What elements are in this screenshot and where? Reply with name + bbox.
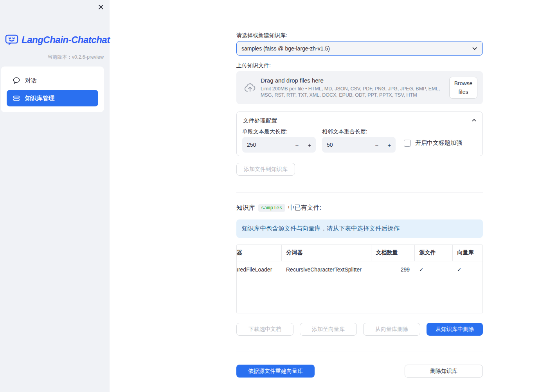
col-source-file[interactable]: 源文件 [414,245,452,261]
files-table[interactable]: 文档加载器 分词器 文档数量 源文件 向量库 UnstructuredFileL… [236,245,483,313]
divider [236,192,483,192]
overlap-size-value: 50 [327,142,371,148]
zh-title-enhance-label: 开启中文标题加强 [415,139,462,147]
plus-button[interactable]: + [303,137,316,153]
dropzone-title: Drag and drop files here [261,77,448,84]
overlap-size-input[interactable]: 50 − + [322,137,396,153]
rebuild-vector-store-button[interactable]: 依据源文件重建向量库 [236,365,315,378]
kb-select-label: 请选择或新建知识库: [236,32,483,39]
chat-bubble-icon [13,77,20,85]
spacer [320,365,399,378]
col-splitter[interactable]: 分词器 [281,245,371,261]
kb-select[interactable]: samples (faiss @ bge-large-zh-v1.5) [236,41,483,56]
chunk-size-input[interactable]: 250 − + [242,137,316,153]
kb-files-prefix: 知识库 [236,204,255,212]
chunk-size-label: 单段文本最大长度: [242,128,288,135]
sidebar-item-knowledge-base[interactable]: 知识库管理 [7,90,98,106]
kb-action-buttons: 依据源文件重建向量库 删除知识库 [236,365,483,378]
col-doc-count[interactable]: 文档数量 [371,245,414,261]
dropzone-text: Drag and drop files here Limit 200MB per… [261,77,448,99]
dropzone-limit: Limit 200MB per file • HTML, MD, JSON, C… [261,86,448,99]
plus-button[interactable]: + [383,137,396,153]
add-to-vector-store-button[interactable]: 添加至向量库 [300,323,357,336]
delete-from-kb-button[interactable]: 从知识库中删除 [427,323,483,336]
expander-title[interactable]: 文件处理配置 [243,117,277,124]
delete-from-vector-store-button[interactable]: 从向量库删除 [363,323,420,336]
info-banner: 知识库中包含源文件与向量库，请从下表中选择文件后操作 [236,219,483,238]
cell-splitter: RecursiveCharacterTextSplitter [281,261,371,278]
sidebar-item-dialogue[interactable]: 对话 [7,72,98,89]
logo-chat-icon [5,34,19,46]
file-dropzone[interactable]: Drag and drop files here Limit 200MB per… [236,71,483,104]
add-files-button[interactable]: 添加文件到知识库 [236,163,295,176]
sidebar: LangChain-Chatchat 当前版本：v0.2.6-preview 对… [0,0,110,392]
sidebar-close-icon[interactable] [97,3,105,11]
cloud-upload-icon [243,81,257,94]
col-loader[interactable]: 文档加载器 [236,245,281,261]
kb-select-value: samples (faiss @ bge-large-zh-v1.5) [241,45,472,52]
chunk-size-value: 250 [247,142,291,148]
kb-files-suffix: 中已有文件: [288,204,321,212]
browse-files-button[interactable]: Browse files [449,77,477,99]
cell-source-check: ✓ [414,261,452,278]
checkbox-unchecked[interactable] [404,140,411,147]
chevron-up-icon[interactable] [471,117,477,123]
sidebar-item-label: 对话 [25,77,37,85]
minus-button[interactable]: − [371,137,383,153]
divider [236,351,483,351]
main-content: 请选择或新建知识库: samples (faiss @ bge-large-zh… [236,0,483,392]
cell-vector-check: ✓ [452,261,483,278]
chevron-down-icon [472,45,478,52]
cell-doc-count: 299 [371,261,414,278]
upload-label: 上传知识文件: [236,62,483,69]
overlap-size-label: 相邻文本重合长度: [322,128,367,135]
zh-title-enhance[interactable]: 开启中文标题加强 [404,139,462,147]
file-action-buttons: 下载选中文档 添加至向量库 从向量库删除 从知识库中删除 [236,323,483,336]
delete-kb-button[interactable]: 删除知识库 [405,365,483,378]
kb-name-code: samples [258,204,285,212]
table-header-row: 文档加载器 分词器 文档数量 源文件 向量库 [236,245,483,261]
kb-files-heading: 知识库 samples 中已有文件: [236,204,483,212]
knowledge-base-icon [13,94,20,102]
download-selected-button[interactable]: 下载选中文档 [236,323,293,336]
version-text: 当前版本：v0.2.6-preview [47,54,104,61]
cell-loader: UnstructuredFileLoader [236,261,281,278]
sidebar-item-label: 知识库管理 [25,95,54,102]
table-row[interactable]: UnstructuredFileLoader RecursiveCharacte… [236,261,483,278]
app-title: LangChain-Chatchat [22,34,110,45]
minus-button[interactable]: − [291,137,303,153]
file-config-expander: 文件处理配置 单段文本最大长度: 250 − + 相邻文本重合长度: 50 − … [236,111,483,156]
sidebar-menu: 对话 知识库管理 [1,67,104,112]
app-logo: LangChain-Chatchat [5,34,110,46]
col-vector-store[interactable]: 向量库 [452,245,483,261]
